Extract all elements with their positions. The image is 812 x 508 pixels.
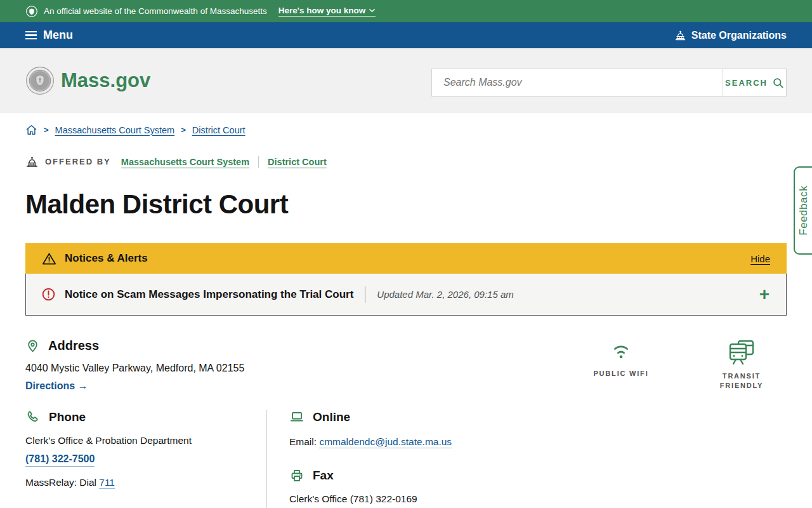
official-banner: An official website of the Commonwealth …: [0, 0, 812, 22]
email-line: Email: cmmaldendc@jud.state.ma.us: [289, 436, 533, 448]
offered-by-label: OFFERED BY: [45, 157, 111, 166]
divider: [365, 286, 365, 303]
massrelay-prefix: MassRelay: Dial: [25, 477, 99, 488]
online-section: Online Email: cmmaldendc@jud.state.ma.us…: [266, 410, 533, 508]
phone-heading: Phone: [25, 410, 266, 425]
page-content: > Massachusetts Court System > District …: [0, 124, 812, 508]
massgov-seal-icon: [25, 66, 55, 95]
fax-heading-label: Fax: [313, 469, 334, 483]
phone-description: Clerk's Office & Probation Department: [25, 435, 266, 446]
breadcrumb-link-court-system[interactable]: Massachusetts Court System: [55, 125, 175, 135]
main-nav-bar: Menu State Organizations: [0, 22, 812, 48]
official-banner-text: An official website of the Commonwealth …: [44, 6, 267, 16]
capitol-icon: [25, 155, 39, 168]
state-organizations-button[interactable]: State Organizations: [674, 29, 787, 41]
wifi-icon: [607, 340, 635, 363]
notice-title-link[interactable]: Notice on Scam Messages Impersonating th…: [65, 288, 353, 301]
directions-link[interactable]: Directions →: [25, 380, 88, 392]
menu-button[interactable]: Menu: [25, 29, 73, 42]
offered-by-link-district-court[interactable]: District Court: [268, 157, 327, 167]
amenity-public-wifi: PUBLIC WIFI: [586, 340, 656, 391]
page-title: Malden District Court: [25, 189, 787, 220]
hamburger-icon: [25, 31, 37, 40]
notices-alerts-title: Notices & Alerts: [65, 252, 148, 265]
expand-notice-button[interactable]: +: [758, 286, 771, 304]
fax-icon: [289, 468, 304, 483]
capitol-icon: [674, 29, 686, 41]
massgov-logo-text: Mass.gov: [61, 69, 150, 92]
breadcrumb-link-district-court[interactable]: District Court: [192, 125, 246, 135]
online-heading: Online: [289, 410, 533, 425]
chevron-down-icon: [369, 7, 376, 14]
warning-icon: [42, 251, 56, 266]
alert-circle-icon: [41, 287, 56, 302]
fax-line: Clerk's Office (781) 322-0169: [289, 493, 533, 505]
how-you-know-toggle[interactable]: Here's how you know: [278, 6, 376, 17]
search-input[interactable]: [432, 69, 723, 96]
site-header: Mass.gov SEARCH: [0, 48, 812, 113]
massrelay-711-link[interactable]: 711: [99, 477, 115, 489]
online-heading-label: Online: [313, 410, 350, 424]
notices-alerts-banner: Notices & Alerts Hide: [25, 243, 787, 274]
location-pin-icon: [25, 338, 40, 353]
plus-icon: +: [759, 284, 769, 304]
phone-icon: [25, 410, 41, 425]
breadcrumb-separator: >: [44, 125, 49, 135]
feedback-label: Feedback: [797, 185, 810, 236]
contact-row: Phone Clerk's Office & Probation Departm…: [25, 410, 787, 508]
laptop-icon: [289, 410, 304, 425]
email-link[interactable]: cmmaldendc@jud.state.ma.us: [319, 436, 452, 448]
search-button[interactable]: SEARCH: [723, 69, 786, 96]
massgov-logo[interactable]: Mass.gov: [25, 66, 150, 95]
search-icon: [772, 77, 784, 89]
state-organizations-label: State Organizations: [691, 30, 787, 41]
email-prefix: Email:: [289, 436, 319, 447]
amenity-transit-friendly: TRANSIT FRIENDLY: [707, 340, 776, 391]
address-heading-label: Address: [48, 338, 99, 353]
offered-by-link-court-system[interactable]: Massachusetts Court System: [121, 157, 249, 167]
feedback-tab[interactable]: Feedback: [794, 166, 812, 255]
hide-alerts-link[interactable]: Hide: [750, 253, 770, 264]
amenity-label: TRANSIT FRIENDLY: [707, 371, 776, 391]
fax-heading: Fax: [289, 468, 533, 483]
notice-updated-timestamp: Updated Mar. 2, 2026, 09:15 am: [377, 289, 513, 300]
amenity-label: PUBLIC WIFI: [593, 369, 648, 378]
massrelay-line: MassRelay: Dial 711: [25, 477, 266, 488]
phone-section: Phone Clerk's Office & Probation Departm…: [25, 410, 266, 488]
breadcrumb: > Massachusetts Court System > District …: [25, 124, 787, 136]
state-seal-icon: [25, 5, 38, 18]
notice-row: Notice on Scam Messages Impersonating th…: [25, 274, 787, 316]
divider: [258, 156, 259, 168]
phone-number-link[interactable]: (781) 322-7500: [25, 453, 95, 467]
offered-by-row: OFFERED BY Massachusetts Court System Di…: [25, 155, 787, 168]
menu-label: Menu: [43, 29, 73, 42]
home-icon[interactable]: [25, 124, 37, 136]
breadcrumb-separator: >: [181, 125, 186, 135]
phone-heading-label: Phone: [49, 410, 86, 424]
amenities: PUBLIC WIFI TRANSIT FRIENDLY: [586, 340, 776, 391]
transit-icon: [728, 340, 756, 365]
search-button-label: SEARCH: [725, 78, 768, 88]
search-bar: SEARCH: [431, 69, 787, 97]
